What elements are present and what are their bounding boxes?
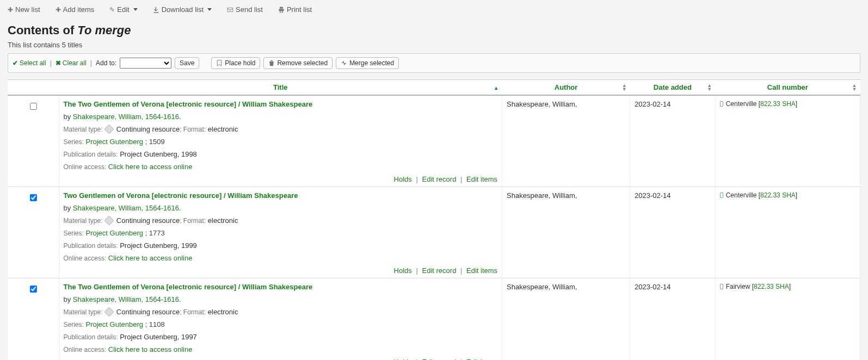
title-link[interactable]: The Two Gentlemen of Verona [electronic …: [64, 100, 313, 108]
format: electronic: [208, 125, 238, 133]
column-checkbox: [8, 80, 59, 96]
call-location: Fairview: [726, 283, 750, 290]
material-type-icon: [104, 124, 114, 134]
series-link[interactable]: Project Gutenberg: [86, 320, 144, 328]
select-all-label: Select all: [20, 59, 46, 67]
title-link[interactable]: Two Gentlemen of Verona [electronic reso…: [64, 191, 298, 200]
table-row: The Two Gentlemen of Verona [electronic …: [8, 95, 860, 187]
publication-label: Publication details:: [64, 333, 118, 341]
edit-button[interactable]: ✎ Edit: [109, 5, 137, 14]
new-list-label: New list: [15, 5, 40, 14]
edit-items-link[interactable]: Edit items: [466, 175, 497, 183]
send-list-button[interactable]: Send list: [227, 5, 263, 14]
column-author[interactable]: Author ▲▼: [502, 80, 630, 96]
material-type: Continuing resource: [116, 216, 180, 225]
format: electronic: [208, 216, 238, 225]
call-location: Centerville: [726, 191, 757, 199]
place-hold-label: Place hold: [225, 59, 255, 67]
envelope-icon: [227, 7, 233, 13]
caret-down-icon: [207, 8, 212, 11]
row-checkbox[interactable]: [30, 103, 37, 110]
column-title[interactable]: Title ▲: [59, 80, 502, 96]
edit-items-link[interactable]: Edit items: [466, 266, 497, 275]
author-cell: Shakespeare, William,: [507, 283, 577, 291]
item-marker-icon: [720, 193, 723, 198]
save-label: Save: [180, 59, 194, 67]
format: electronic: [208, 308, 238, 316]
column-date-added-label: Date added: [654, 83, 692, 91]
download-list-button[interactable]: Download list: [153, 5, 212, 14]
remove-selected-button[interactable]: Remove selected: [263, 57, 333, 69]
series-link[interactable]: Project Gutenberg: [86, 138, 144, 146]
holds-link[interactable]: Holds: [394, 266, 412, 275]
trash-icon: [268, 60, 275, 66]
call-location: Centerville: [726, 100, 757, 108]
download-list-label: Download list: [162, 5, 204, 14]
select-all-link[interactable]: ✔ Select all: [13, 59, 46, 67]
online-access-label: Online access:: [64, 163, 107, 171]
x-icon: ✖: [56, 59, 61, 67]
print-list-label: Print list: [287, 5, 312, 14]
author-link[interactable]: Shakespeare, William, 1564-1616: [73, 204, 179, 212]
call-number-link[interactable]: 822.33 SHA: [754, 283, 789, 290]
printer-icon: [278, 7, 285, 13]
series-label: Series:: [64, 229, 84, 237]
bracket-close: ]: [796, 100, 797, 108]
page-title: Contents of To merge: [8, 23, 860, 38]
table-row: Two Gentlemen of Verona [electronic reso…: [8, 187, 860, 278]
online-access-link[interactable]: Click here to access online: [108, 254, 193, 262]
online-access-link[interactable]: Click here to access online: [108, 345, 193, 353]
period: .: [179, 113, 181, 121]
series-link[interactable]: Project Gutenberg: [86, 229, 144, 237]
print-list-button[interactable]: Print list: [278, 5, 312, 14]
edit-record-link[interactable]: Edit record: [422, 266, 457, 275]
row-checkbox[interactable]: [30, 194, 37, 201]
title-link[interactable]: The Two Gentlemen of Verona [electronic …: [64, 283, 313, 291]
column-date-added[interactable]: Date added ▲▼: [630, 80, 716, 96]
row-actions: Holds | Edit record | Edit items: [64, 358, 498, 360]
edit-record-link[interactable]: Edit record: [422, 175, 457, 183]
material-type-icon: [104, 215, 114, 225]
author-link[interactable]: Shakespeare, William, 1564-1616: [73, 113, 179, 121]
online-access-link[interactable]: Click here to access online: [108, 163, 193, 171]
save-button[interactable]: Save: [175, 57, 199, 69]
clear-all-link[interactable]: ✖ Clear all: [56, 59, 87, 67]
series-label: Series:: [64, 321, 84, 328]
merge-selected-label: Merge selected: [349, 59, 394, 67]
material-type-label: Material type:: [64, 217, 103, 225]
edit-record-link[interactable]: Edit record: [422, 358, 457, 360]
add-items-button[interactable]: ✚ Add items: [56, 5, 95, 14]
caret-down-icon: [133, 8, 138, 11]
column-call-number[interactable]: Call number ▲▼: [715, 80, 860, 96]
separator: |: [90, 59, 92, 67]
add-to-label: Add to:: [96, 59, 116, 67]
bracket-close: ]: [796, 191, 797, 199]
sort-icon: ▲▼: [707, 84, 712, 91]
column-author-label: Author: [555, 83, 578, 91]
holds-link[interactable]: Holds: [394, 175, 412, 183]
format-label: ; Format:: [180, 308, 206, 316]
publication: Project Gutenberg, 1998: [120, 150, 197, 158]
place-hold-button[interactable]: Place hold: [211, 57, 260, 69]
call-number-link[interactable]: 822.33 SHA: [760, 100, 796, 108]
add-to-select[interactable]: [120, 58, 171, 69]
merge-selected-button[interactable]: Merge selected: [336, 57, 399, 69]
row-actions: Holds | Edit record | Edit items: [64, 266, 498, 275]
sort-icon: ▲▼: [852, 84, 857, 91]
item-marker-icon: [720, 101, 723, 107]
row-checkbox[interactable]: [30, 285, 37, 293]
remove-selected-label: Remove selected: [277, 59, 328, 67]
clear-all-label: Clear all: [63, 59, 87, 67]
holds-link[interactable]: Holds: [394, 358, 412, 360]
top-toolbar: ✚ New list ✚ Add items ✎ Edit Download l…: [0, 0, 868, 18]
table-row: The Two Gentlemen of Verona [electronic …: [8, 278, 860, 361]
format-label: ; Format:: [180, 217, 206, 225]
call-number-link[interactable]: 822.33 SHA: [760, 191, 796, 199]
new-list-button[interactable]: ✚ New list: [8, 5, 40, 14]
compress-icon: [341, 60, 347, 66]
bracket-close: ]: [789, 283, 791, 290]
author-link[interactable]: Shakespeare, William, 1564-1616: [73, 295, 179, 303]
separator: |: [50, 59, 52, 67]
plus-icon: ✚: [8, 6, 13, 14]
edit-items-link[interactable]: Edit items: [466, 358, 497, 360]
